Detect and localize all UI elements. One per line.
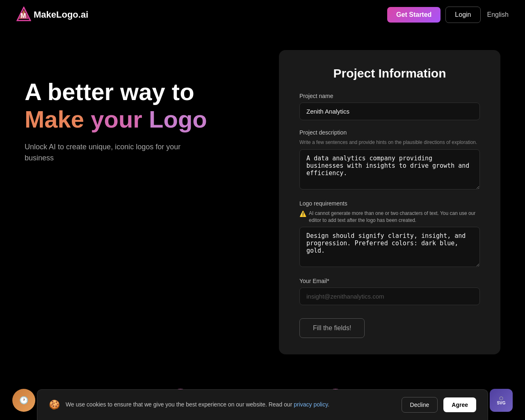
svg-text:M: M: [21, 12, 26, 19]
submit-button[interactable]: Fill the fields!: [299, 318, 365, 338]
project-description-field-group: Project description Write a few sentence…: [299, 129, 480, 191]
cookie-icon: 🍪: [49, 399, 60, 410]
header: M MakeLogo.ai Get Started Login English: [0, 0, 525, 30]
logo-requirements-warning: AI cannot generate more than one or two …: [309, 210, 480, 224]
warning-icon: ⚠️: [299, 210, 306, 217]
privacy-policy-link[interactable]: privacy policy: [294, 401, 328, 408]
language-selector[interactable]: English: [487, 11, 509, 18]
logo-warning-row: ⚠️ AI cannot generate more than one or t…: [299, 210, 480, 224]
cookie-text: We use cookies to ensure that we give yo…: [66, 401, 396, 409]
history-icon: 🕐: [19, 396, 28, 405]
form-title: Project Information: [299, 66, 480, 80]
tagline-gradient: Make your Logo: [25, 105, 262, 134]
hero-section: A better way to Make your Logo Unlock AI…: [25, 54, 262, 358]
tagline-word-make: Make: [25, 106, 84, 132]
logo-requirements-field-group: Logo requirements ⚠️ AI cannot generate …: [299, 200, 480, 269]
email-label: Your Email*: [299, 278, 480, 284]
cookie-banner: 🍪 We use cookies to ensure that we give …: [37, 389, 488, 420]
svg-label: SVG: [497, 401, 505, 405]
logo-requirements-label: Logo requirements: [299, 200, 480, 207]
tagline-word-your: your: [91, 106, 142, 132]
tagline-line1: A better way to: [25, 79, 262, 105]
project-name-field-group: Project name: [299, 93, 480, 120]
project-name-input[interactable]: [299, 103, 480, 120]
decline-button[interactable]: Decline: [402, 397, 438, 413]
tagline-word-logo: Logo: [149, 106, 207, 132]
history-button[interactable]: 🕐: [12, 389, 35, 412]
project-description-label: Project description: [299, 129, 480, 136]
project-name-label: Project name: [299, 93, 480, 99]
logo-wordmark: MakeLogo.ai: [34, 9, 88, 20]
agree-button[interactable]: Agree: [443, 397, 476, 412]
project-description-sublabel: Write a few sentences and provide hints …: [299, 139, 480, 146]
logo-icon: M: [16, 7, 31, 23]
email-field-group: Your Email*: [299, 278, 480, 305]
logo-area: M MakeLogo.ai: [16, 7, 88, 23]
main-content: A better way to Make your Logo Unlock AI…: [0, 30, 525, 358]
header-actions: Get Started Login English: [387, 7, 509, 23]
project-form-card: Project Information Project name Project…: [279, 50, 500, 354]
hero-subtitle: Unlock AI to create unique, iconic logos…: [25, 142, 189, 164]
svg-button[interactable]: ⬡ SVG: [490, 389, 513, 412]
login-button[interactable]: Login: [445, 7, 480, 23]
project-description-input[interactable]: A data analytics company providing busin…: [299, 149, 480, 189]
logo-requirements-input[interactable]: Design should signify clarity, insight, …: [299, 227, 480, 267]
email-input[interactable]: [299, 288, 480, 305]
get-started-button[interactable]: Get Started: [387, 7, 441, 23]
svg-icon: ⬡: [499, 396, 503, 401]
